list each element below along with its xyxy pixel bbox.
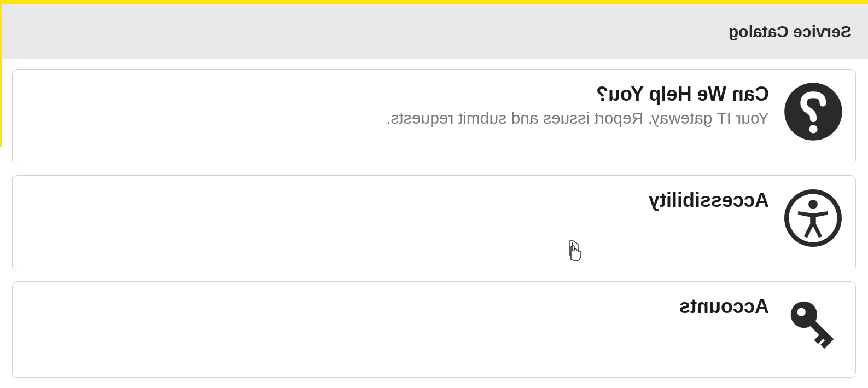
card-title: Accounts [679,295,769,318]
content-area: Can We Help You? Your IT gateway. Report… [0,59,868,388]
svg-point-1 [809,125,817,133]
card-accessibility[interactable]: Accessibility [12,175,856,271]
card-text: Accounts [679,294,769,321]
svg-point-3 [809,199,818,209]
question-icon [783,82,843,142]
card-title: Can We Help You? [386,83,769,106]
card-accounts[interactable]: Accounts [12,281,856,378]
header-bar: Service Catalog [0,4,868,59]
card-text: Can We Help You? Your IT gateway. Report… [386,82,769,128]
card-text: Accessibility [649,188,769,215]
top-accent-bar [0,0,868,4]
card-title: Accessibility [649,189,769,212]
card-help[interactable]: Can We Help You? Your IT gateway. Report… [12,69,856,165]
page-title: Service Catalog [729,22,852,41]
key-icon [783,294,843,354]
card-description: Your IT gateway. Report issues and submi… [386,109,769,128]
accessibility-icon [783,188,843,248]
